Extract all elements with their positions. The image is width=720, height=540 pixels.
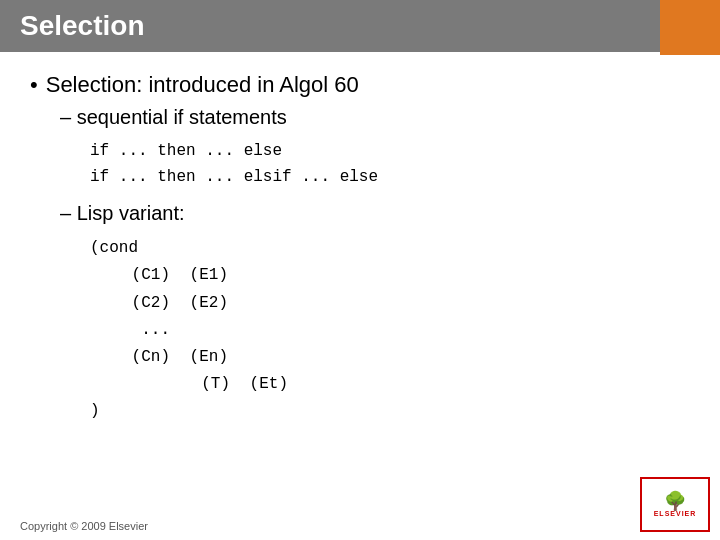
orange-accent xyxy=(660,0,720,55)
lisp-et: (Et) xyxy=(250,371,310,398)
lisp-row-2: (C2) (E2) xyxy=(110,290,690,317)
code-block-1: if ... then ... else if ... then ... els… xyxy=(90,139,690,190)
lisp-dots-text: ... xyxy=(110,317,170,344)
main-content: • Selection: introduced in Algol 60 – se… xyxy=(0,52,720,436)
lisp-e1: (E1) xyxy=(190,262,250,289)
elsevier-tree-icon: 🌳 xyxy=(664,492,686,510)
sub-heading-2: – Lisp variant: xyxy=(60,202,690,225)
header-bar: Selection xyxy=(0,0,720,52)
bullet-text-1: Selection: introduced in Algol 60 xyxy=(46,72,359,98)
lisp-dots: ... xyxy=(110,317,690,344)
lisp-row-t: (T) (Et) xyxy=(170,371,690,398)
lisp-row-1: (C1) (E1) xyxy=(110,262,690,289)
footer: Copyright © 2009 Elsevier xyxy=(20,520,148,532)
lisp-c2: (C2) xyxy=(110,290,170,317)
code-line-2: if ... then ... elsif ... else xyxy=(90,165,690,191)
lisp-t: (T) xyxy=(170,371,230,398)
elsevier-logo: 🌳 ELSEVIER xyxy=(640,477,710,532)
page-title: Selection xyxy=(20,10,144,42)
elsevier-text: ELSEVIER xyxy=(654,510,697,517)
lisp-cn: (Cn) xyxy=(110,344,170,371)
lisp-en: (En) xyxy=(190,344,250,371)
elsevier-logo-inner: 🌳 ELSEVIER xyxy=(640,477,710,532)
copyright-text: Copyright © 2009 Elsevier xyxy=(20,520,148,532)
lisp-cond: (cond xyxy=(90,235,690,262)
lisp-close: ) xyxy=(90,398,690,425)
bullet-main-1: • Selection: introduced in Algol 60 xyxy=(30,72,690,98)
bullet-dot: • xyxy=(30,72,38,98)
lisp-e2: (E2) xyxy=(190,290,250,317)
lisp-c1: (C1) xyxy=(110,262,170,289)
lisp-block: (cond (C1) (E1) (C2) (E2) ... (Cn) (En) … xyxy=(90,235,690,425)
lisp-row-n: (Cn) (En) xyxy=(110,344,690,371)
sub-heading-1: – sequential if statements xyxy=(60,106,690,129)
code-line-1: if ... then ... else xyxy=(90,139,690,165)
